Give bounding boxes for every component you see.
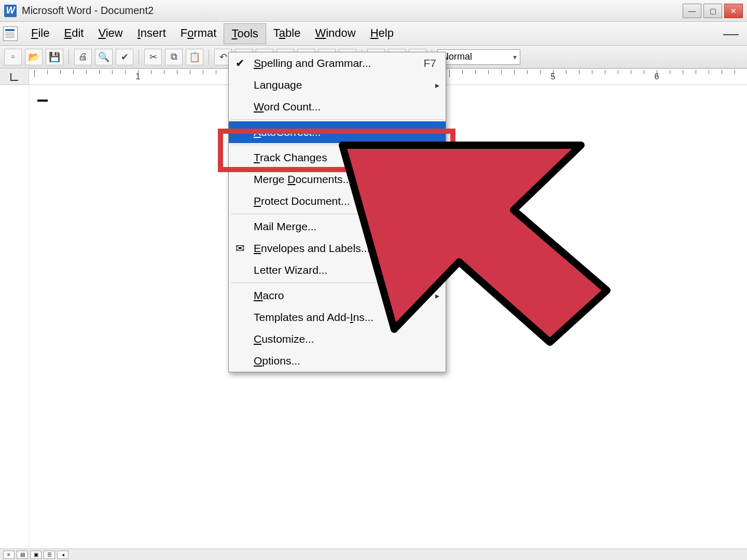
submenu-arrow-icon: ▸ bbox=[435, 80, 439, 90]
menu-item-label: Templates and Add-Ins... bbox=[254, 311, 374, 324]
menu-item-spelling-and-grammar[interactable]: ✔Spelling and Grammar...F7 bbox=[229, 52, 446, 74]
window-title: Microsoft Word - Document2 bbox=[22, 5, 681, 17]
menu-item-macro[interactable]: Macro▸ bbox=[229, 285, 446, 306]
print-preview-button[interactable]: 🔍 bbox=[95, 49, 113, 65]
menu-item-label: Options... bbox=[254, 355, 300, 367]
titlebar: W Microsoft Word - Document2 — ▢ ✕ bbox=[0, 0, 747, 22]
printer-icon: 🖨 bbox=[78, 51, 88, 62]
menu-file[interactable]: File bbox=[24, 23, 57, 44]
menu-item-language[interactable]: Language▸ bbox=[229, 74, 446, 96]
menu-item-mail-merge[interactable]: Mail Merge... bbox=[229, 216, 446, 237]
copy-icon: ⧉ bbox=[171, 51, 177, 62]
print-button[interactable]: 🖨 bbox=[74, 49, 92, 65]
view-buttons-bar: ≡ ▤ ▣ ☰ ◂ bbox=[0, 549, 747, 560]
menu-separator bbox=[231, 214, 444, 214]
copy-button[interactable]: ⧉ bbox=[165, 49, 183, 65]
menu-item-word-count[interactable]: Word Count... bbox=[229, 96, 446, 118]
normal-view-button[interactable]: ≡ bbox=[3, 551, 15, 559]
menu-item-protect-document[interactable]: Protect Document... bbox=[229, 190, 446, 212]
mdi-minimize-button[interactable]: — bbox=[718, 25, 744, 43]
menu-item-label: Letter Wizard... bbox=[254, 264, 327, 276]
abc-check-icon: ✔ bbox=[234, 57, 246, 69]
menu-item-label: Word Count... bbox=[254, 101, 321, 113]
close-button[interactable]: ✕ bbox=[724, 4, 743, 18]
menu-separator bbox=[231, 145, 444, 145]
menu-separator bbox=[231, 283, 444, 283]
toolbar-separator bbox=[139, 49, 139, 65]
tab-stop-icon bbox=[9, 72, 20, 82]
word-app-icon: W bbox=[4, 5, 17, 17]
submenu-arrow-icon: ▸ bbox=[435, 153, 439, 163]
folder-open-icon: 📂 bbox=[28, 51, 39, 63]
menu-tools[interactable]: Tools bbox=[224, 23, 266, 44]
ruler-corner bbox=[0, 68, 29, 85]
menu-item-options[interactable]: Options... bbox=[229, 350, 446, 372]
menu-item-envelopes-and-labels[interactable]: ✉Envelopes and Labels... bbox=[229, 237, 446, 259]
page-icon: ▫ bbox=[11, 51, 15, 62]
menu-window[interactable]: Window bbox=[308, 23, 363, 44]
floppy-icon: 💾 bbox=[49, 51, 60, 63]
menu-item-label: Protect Document... bbox=[254, 195, 350, 207]
clipboard-icon: 📋 bbox=[189, 51, 200, 63]
menu-insert[interactable]: Insert bbox=[130, 23, 173, 44]
outline-view-button[interactable]: ☰ bbox=[44, 551, 55, 559]
menu-item-label: Macro bbox=[254, 289, 284, 302]
new-doc-button[interactable]: ▫ bbox=[4, 49, 22, 65]
menu-item-letter-wizard[interactable]: Letter Wizard... bbox=[229, 259, 446, 281]
envelope-icon: ✉ bbox=[234, 242, 246, 255]
menu-table[interactable]: Table bbox=[266, 23, 308, 44]
menu-item-label: Merge Documents... bbox=[254, 173, 352, 186]
minimize-button[interactable]: — bbox=[683, 4, 701, 18]
maximize-button[interactable]: ▢ bbox=[703, 4, 722, 18]
document-icon bbox=[3, 26, 18, 41]
menu-item-shortcut: F7 bbox=[423, 57, 446, 69]
ruler-number: 5 bbox=[551, 72, 556, 81]
style-selector[interactable]: Normal bbox=[437, 49, 520, 65]
menu-bar: FileEditViewInsertFormatToolsTableWindow… bbox=[0, 22, 747, 46]
menu-item-label: Language bbox=[254, 79, 302, 91]
menu-item-track-changes[interactable]: Track Changes▸ bbox=[229, 147, 446, 169]
tools-menu-dropdown: ✔Spelling and Grammar...F7Language▸Word … bbox=[228, 52, 446, 372]
text-caret bbox=[37, 100, 48, 102]
menu-item-label: Track Changes bbox=[254, 151, 327, 164]
window-controls: — ▢ ✕ bbox=[681, 4, 743, 18]
menu-item-templates-and-add-ins[interactable]: Templates and Add-Ins... bbox=[229, 306, 446, 328]
open-button[interactable]: 📂 bbox=[25, 49, 43, 65]
menu-edit[interactable]: Edit bbox=[57, 23, 91, 44]
document-left-margin bbox=[0, 85, 29, 549]
scroll-left-button[interactable]: ◂ bbox=[57, 551, 68, 559]
abc-check-icon: ✔ bbox=[121, 51, 129, 63]
menu-item-label: Envelopes and Labels... bbox=[254, 242, 370, 255]
scissors-icon: ✂ bbox=[149, 51, 157, 63]
ruler-number: 6 bbox=[655, 72, 659, 81]
magnifier-page-icon: 🔍 bbox=[98, 51, 109, 63]
ruler-number: 1 bbox=[136, 72, 141, 81]
cut-button[interactable]: ✂ bbox=[144, 49, 162, 65]
style-selector-value: Normal bbox=[442, 51, 472, 62]
paste-button[interactable]: 📋 bbox=[186, 49, 203, 65]
menu-help[interactable]: Help bbox=[363, 23, 401, 44]
online-layout-view-button[interactable]: ▤ bbox=[17, 551, 28, 559]
menu-separator bbox=[231, 119, 444, 120]
toolbar-separator bbox=[68, 49, 69, 65]
menu-item-customize[interactable]: Customize... bbox=[229, 328, 446, 350]
menu-item-label: Spelling and Grammar... bbox=[254, 57, 371, 69]
spellcheck-button[interactable]: ✔ bbox=[116, 49, 133, 65]
menu-item-label: AutoCorrect... bbox=[254, 126, 321, 138]
menu-item-merge-documents[interactable]: Merge Documents... bbox=[229, 169, 446, 190]
menu-view[interactable]: View bbox=[91, 23, 130, 44]
menu-item-label: Customize... bbox=[254, 333, 314, 345]
menu-item-autocorrect[interactable]: AutoCorrect... bbox=[229, 121, 446, 143]
page-layout-view-button[interactable]: ▣ bbox=[30, 551, 42, 559]
undo-icon: ↶ bbox=[219, 51, 227, 63]
menu-item-label: Mail Merge... bbox=[254, 220, 316, 233]
toolbar-separator bbox=[209, 49, 209, 65]
save-button[interactable]: 💾 bbox=[46, 49, 63, 65]
submenu-arrow-icon: ▸ bbox=[435, 291, 439, 301]
menu-format[interactable]: Format bbox=[173, 23, 224, 44]
